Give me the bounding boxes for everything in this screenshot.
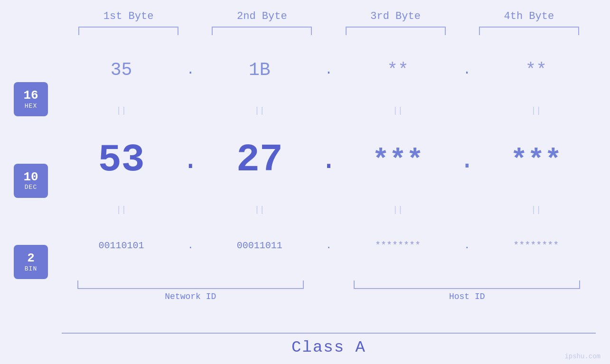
- bottom-brackets: [62, 280, 596, 289]
- dec-val-3: ***: [338, 146, 458, 175]
- top-bracket-3: [329, 27, 462, 35]
- equals-row-2: || || || ||: [62, 205, 596, 215]
- hex-dot-1: .: [181, 63, 200, 77]
- hex-val-1: 35: [62, 60, 181, 80]
- bin-dot-1: .: [181, 240, 200, 251]
- bin-val-3: ********: [338, 240, 458, 251]
- network-id-label: Network ID: [62, 292, 319, 301]
- byte-header-2: 2nd Byte: [195, 10, 328, 22]
- badge-bin: 2 BIN: [14, 245, 48, 279]
- badge-dec-label: DEC: [25, 184, 37, 191]
- badges-column: 16 HEX 10 DEC 2 BIN: [0, 35, 62, 331]
- values-section: 35 . 1B . ** . ** || || || || 53: [62, 35, 610, 331]
- bin-val-4: ********: [477, 240, 596, 251]
- badge-hex: 16 HEX: [14, 82, 48, 116]
- badge-hex-num: 16: [23, 89, 38, 103]
- eq-1-4: ||: [477, 106, 596, 115]
- class-row: Class A: [62, 333, 596, 364]
- byte-header-1: 1st Byte: [62, 10, 195, 22]
- bin-val-1: 00110101: [62, 240, 181, 251]
- host-id-label: Host ID: [338, 292, 596, 301]
- dec-dot-3: .: [458, 147, 477, 174]
- hex-val-2: 1B: [200, 60, 319, 80]
- bottom-bracket-network-shape: [77, 280, 304, 289]
- dec-dot-1: .: [181, 146, 200, 175]
- content-section: 16 HEX 10 DEC 2 BIN 35 . 1B . ** . **: [0, 35, 610, 331]
- byte-headers-row: 1st Byte 2nd Byte 3rd Byte 4th Byte: [62, 10, 596, 22]
- bottom-bracket-network-wrapper: [62, 280, 319, 289]
- hex-dot-2: .: [319, 63, 338, 77]
- bin-dot-2: .: [319, 240, 338, 251]
- bin-val-2: 00011011: [200, 240, 319, 251]
- dec-val-1: 53: [62, 141, 181, 180]
- eq-2-2: ||: [200, 205, 319, 215]
- hex-row: 35 . 1B . ** . **: [62, 60, 596, 80]
- top-bracket-1: [62, 27, 195, 35]
- page-layout: 1st Byte 2nd Byte 3rd Byte 4th Byte 16 H…: [0, 0, 610, 364]
- dec-row: 53 . 27 . *** . ***: [62, 141, 596, 180]
- top-bracket-4: [462, 27, 596, 35]
- hex-val-4: **: [477, 60, 596, 80]
- eq-2-1: ||: [62, 205, 181, 215]
- badge-bin-label: BIN: [25, 265, 37, 272]
- byte-header-3: 3rd Byte: [329, 10, 462, 22]
- bin-row: 00110101 . 00011011 . ******** . *******…: [62, 240, 596, 251]
- dec-dot-2: .: [319, 146, 338, 175]
- bottom-section: Network ID Host ID: [62, 280, 596, 301]
- bottom-labels: Network ID Host ID: [62, 292, 596, 301]
- badge-bin-num: 2: [27, 252, 35, 265]
- dec-val-2: 27: [200, 141, 319, 180]
- dec-val-4: ***: [477, 146, 596, 175]
- top-bracket-2: [195, 27, 328, 35]
- badge-dec-num: 10: [23, 170, 38, 184]
- bottom-bracket-host-wrapper: [338, 280, 596, 289]
- hex-dot-3: .: [458, 63, 477, 77]
- badge-hex-label: HEX: [25, 103, 37, 110]
- class-section: Class A: [0, 333, 610, 364]
- eq-1-2: ||: [200, 106, 319, 115]
- eq-1-3: ||: [338, 106, 458, 115]
- bottom-bracket-host-shape: [354, 280, 580, 289]
- top-brackets-row: [62, 27, 596, 35]
- top-section: 1st Byte 2nd Byte 3rd Byte 4th Byte: [0, 0, 610, 35]
- eq-1-1: ||: [62, 106, 181, 115]
- byte-header-4: 4th Byte: [462, 10, 596, 22]
- equals-row-1: || || || ||: [62, 106, 596, 115]
- eq-2-4: ||: [477, 205, 596, 215]
- watermark: ipshu.com: [564, 353, 601, 360]
- class-label: Class A: [291, 338, 366, 356]
- badge-dec: 10 DEC: [14, 164, 48, 198]
- eq-2-3: ||: [338, 205, 458, 215]
- hex-val-3: **: [338, 60, 458, 80]
- bin-dot-3: .: [458, 240, 477, 251]
